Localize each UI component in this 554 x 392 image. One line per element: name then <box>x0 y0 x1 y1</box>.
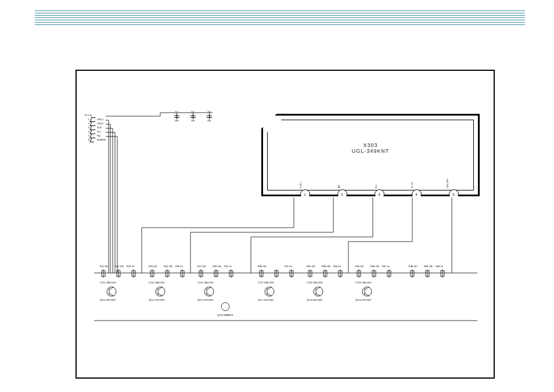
svg-text:R37 1k: R37 1k <box>382 265 390 268</box>
connector-pin: 5Rly <box>82 134 106 138</box>
svg-text:Q214 KST2907: Q214 KST2907 <box>355 299 372 301</box>
svg-text:R21 4k7: R21 4k7 <box>100 265 109 268</box>
transistor-strip: R21 4k7 R22 10k C211 100n/25V Q211 KST29… <box>82 264 488 322</box>
connector-pin: 3G-B <box>82 125 106 130</box>
top-caps: C1104C2104C3104 <box>168 110 217 122</box>
svg-text:R23 1k: R23 1k <box>127 265 134 268</box>
connector-pin: 2LED-2 <box>82 121 106 125</box>
svg-text:R33 10k: R33 10k <box>322 265 330 268</box>
transistor-stage: R30 4k7 C217 100n/25V Q217 KST2907 R31 1… <box>257 264 304 322</box>
svg-text:R28 10k: R28 10k <box>213 265 221 268</box>
header-stripes <box>35 10 525 27</box>
transistor-stage: R24 4k7 R25 10k C212 100n/25V Q212 KST29… <box>148 264 195 322</box>
capacitor: C1104 <box>171 110 182 122</box>
svg-text:R38 4k7: R38 4k7 <box>409 265 418 268</box>
svg-text:R34 1k: R34 1k <box>333 265 341 268</box>
transistor-stage: R21 4k7 R22 10k C211 100n/25V Q211 KST29… <box>99 264 146 322</box>
svg-text:R36 10k: R36 10k <box>370 265 379 268</box>
svg-text:C213 100n/25V: C213 100n/25V <box>307 281 323 284</box>
svg-text:Q212 KST2907: Q212 KST2907 <box>149 299 165 301</box>
svg-text:R30 4k7: R30 4k7 <box>258 265 267 268</box>
svg-point-57 <box>221 303 229 311</box>
svg-text:R29 1k: R29 1k <box>224 265 232 268</box>
transistor-stage: R38 4k7 R39 10k R40 1k <box>408 264 455 322</box>
svg-text:C214 100n/25V: C214 100n/25V <box>355 281 372 284</box>
svg-text:R31 1k: R31 1k <box>285 265 292 268</box>
module-x303: X303 UGL-349KNT 1L-3112AG3B-14G/-135VCC … <box>261 114 480 196</box>
svg-text:Q216 KMMBT4: Q216 KMMBT4 <box>217 314 233 317</box>
svg-text:Q213 KST2907: Q213 KST2907 <box>307 299 323 301</box>
svg-text:C211 100n/25V: C211 100n/25V <box>100 281 116 284</box>
svg-text:R32 4k7: R32 4k7 <box>307 265 316 268</box>
svg-text:R24 4k7: R24 4k7 <box>149 265 158 268</box>
svg-text:R40 1k: R40 1k <box>436 265 443 268</box>
svg-text:Q211 KST2907: Q211 KST2907 <box>100 299 116 301</box>
svg-text:R26 1k: R26 1k <box>175 265 183 268</box>
svg-text:R22 10k: R22 10k <box>115 265 124 268</box>
transistor-stage: R27 4k7 R28 10k C215 100n/25V Q215 KST29… <box>196 264 244 322</box>
connector-header: P1 CN <box>82 114 106 117</box>
connector-pin: 6Bnd/Bsh <box>82 138 106 142</box>
connector-pin: 1LED-1 <box>82 117 106 121</box>
svg-text:C212 100n/25V: C212 100n/25V <box>149 281 165 284</box>
svg-text:R25 10k: R25 10k <box>164 265 172 268</box>
svg-text:R35 4k7: R35 4k7 <box>355 265 365 268</box>
svg-text:R39 10k: R39 10k <box>424 265 433 268</box>
svg-text:Q215 KST2907: Q215 KST2907 <box>197 299 214 301</box>
svg-text:R27 4k7: R27 4k7 <box>197 265 207 268</box>
svg-text:C217 100n/25V: C217 100n/25V <box>258 281 274 284</box>
module-ref: X303 <box>263 142 478 148</box>
connector-block: P1 CN 1LED-12LED-23G-B4Vcc5Rly6Bnd/Bsh <box>82 114 106 142</box>
transistor-stage: R32 4k7 R33 10k C213 100n/25V Q213 KST29… <box>305 264 353 322</box>
capacitor: C2104 <box>187 110 199 122</box>
svg-text:Q217 KST2907: Q217 KST2907 <box>258 299 274 301</box>
module-label: X303 UGL-349KNT <box>263 142 478 154</box>
connector-pin: 4Vcc <box>82 130 106 134</box>
page: P1 CN 1LED-12LED-23G-B4Vcc5Rly6Bnd/Bsh C… <box>0 0 554 392</box>
schematic-frame: P1 CN 1LED-12LED-23G-B4Vcc5Rly6Bnd/Bsh C… <box>75 70 495 379</box>
transistor-stage: R35 4k7 R36 10k C214 100n/25V Q214 KST29… <box>354 264 402 322</box>
svg-text:C215 100n/25V: C215 100n/25V <box>197 281 214 284</box>
capacitor: C3104 <box>203 110 215 122</box>
module-part: UGL-349KNT <box>263 148 478 154</box>
